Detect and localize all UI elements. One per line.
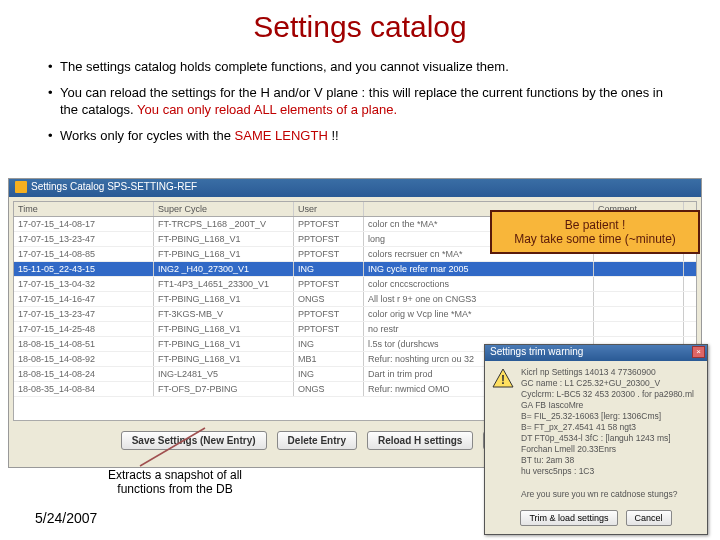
- table-cell: PPTOFST: [294, 247, 364, 261]
- table-row[interactable]: 17-07-15_14-25-48FT-PBING_L168_V1PPTOFST…: [14, 322, 696, 337]
- table-cell: 17-07-15_14-25-48: [14, 322, 154, 336]
- table-cell: no restr: [364, 322, 594, 336]
- table-cell: MB1: [294, 352, 364, 366]
- trim-warning-dialog: Settings trim warning × ! Kicrl np Setti…: [484, 344, 708, 535]
- delete-entry-button[interactable]: Delete Entry: [277, 431, 357, 450]
- bullet-list: The settings catalog holds complete func…: [0, 58, 720, 144]
- table-cell: PPTOFST: [294, 277, 364, 291]
- table-cell: ING: [294, 367, 364, 381]
- table-cell: ING cycle refer mar 2005: [364, 262, 594, 276]
- table-cell: 17-07-15_14-16-47: [14, 292, 154, 306]
- callout-be-patient: Be patient ! May take some time (~minute…: [490, 210, 700, 254]
- window-titlebar: Settings Catalog SPS-SETTING-REF: [9, 179, 701, 197]
- trim-load-button[interactable]: Trim & load settings: [520, 510, 617, 526]
- bullet-3-suffix: !!: [328, 128, 339, 143]
- table-cell: FT-3KGS-MB_V: [154, 307, 294, 321]
- table-cell: 17-07-15_13-23-47: [14, 307, 154, 321]
- bullet-3-prefix: Works only for cycles with the: [60, 128, 235, 143]
- table-cell: [594, 262, 684, 276]
- dialog-titlebar: Settings trim warning ×: [485, 345, 707, 361]
- close-icon[interactable]: ×: [692, 346, 705, 358]
- svg-text:!: !: [501, 373, 505, 387]
- table-cell: 18-08-15_14-08-51: [14, 337, 154, 351]
- extract-line2: functions from the DB: [80, 482, 270, 496]
- table-cell: ING2 _H40_27300_V1: [154, 262, 294, 276]
- table-cell: [594, 307, 684, 321]
- table-cell: 17-07-15_14-08-17: [14, 217, 154, 231]
- table-cell: 18-08-35_14-08-84: [14, 382, 154, 396]
- table-cell: [594, 277, 684, 291]
- table-row[interactable]: 17-07-15_13-04-32FT1-4P3_L4651_23300_V1P…: [14, 277, 696, 292]
- table-cell: color cnccscroctions: [364, 277, 594, 291]
- table-cell: 17-07-15_13-04-32: [14, 277, 154, 291]
- table-cell: FT-PBING_L168_V1: [154, 337, 294, 351]
- bullet-2: You can reload the settings for the H an…: [48, 84, 672, 119]
- col-user: User: [294, 202, 364, 216]
- table-cell: 15-11-05_22-43-15: [14, 262, 154, 276]
- table-cell: [594, 292, 684, 306]
- table-cell: ING: [294, 337, 364, 351]
- table-cell: All lost r 9+ one on CNGS3: [364, 292, 594, 306]
- table-cell: FT-PBING_L168_V1: [154, 292, 294, 306]
- table-cell: FT-TRCPS_L168 _200T_V: [154, 217, 294, 231]
- table-cell: FT1-4P3_L4651_23300_V1: [154, 277, 294, 291]
- table-cell: 17-07-15_13-23-47: [14, 232, 154, 246]
- col-supercycle: Super Cycle: [154, 202, 294, 216]
- table-cell: 18-08-15_14-08-24: [14, 367, 154, 381]
- table-cell: color orig w Vcp line *MA*: [364, 307, 594, 321]
- patient-line2: May take some time (~minute): [500, 232, 690, 246]
- table-cell: PPTOFST: [294, 217, 364, 231]
- reload-h-button[interactable]: Reload H settings: [367, 431, 473, 450]
- table-cell: PPTOFST: [294, 232, 364, 246]
- arrow-annotation: [130, 426, 210, 476]
- table-cell: ONGS: [294, 292, 364, 306]
- table-cell: PPTOFST: [294, 322, 364, 336]
- slide-title: Settings catalog: [0, 0, 720, 58]
- table-row[interactable]: 17-07-15_13-23-47FT-3KGS-MB_VPPTOFSTcolo…: [14, 307, 696, 322]
- warning-icon: !: [491, 367, 515, 391]
- table-cell: 18-08-15_14-08-92: [14, 352, 154, 366]
- dialog-message: Kicrl np Settings 14013 4 77360900GC nam…: [521, 367, 694, 500]
- svg-line-0: [140, 428, 205, 466]
- table-cell: ING-L2481_V5: [154, 367, 294, 381]
- table-cell: 17-07-15_14-08-85: [14, 247, 154, 261]
- table-cell: FT-PBING_L168_V1: [154, 247, 294, 261]
- table-cell: FT-OFS_D7-PBING: [154, 382, 294, 396]
- table-cell: ONGS: [294, 382, 364, 396]
- app-icon: [15, 181, 27, 193]
- bullet-2-highlight: You can only reload ALL elements of a pl…: [137, 102, 397, 117]
- table-cell: [594, 322, 684, 336]
- bullet-1: The settings catalog holds complete func…: [48, 58, 672, 76]
- table-cell: PPTOFST: [294, 307, 364, 321]
- table-cell: FT-PBING_L168_V1: [154, 232, 294, 246]
- table-cell: ING: [294, 262, 364, 276]
- patient-line1: Be patient !: [500, 218, 690, 232]
- bullet-3-highlight: SAME LENGTH: [235, 128, 328, 143]
- table-row[interactable]: 15-11-05_22-43-15ING2 _H40_27300_V1INGIN…: [14, 262, 696, 277]
- table-row[interactable]: 17-07-15_14-16-47FT-PBING_L168_V1ONGSAll…: [14, 292, 696, 307]
- window-title: Settings Catalog SPS-SETTING-REF: [31, 181, 197, 192]
- bullet-3: Works only for cycles with the SAME LENG…: [48, 127, 672, 145]
- cancel-button[interactable]: Cancel: [626, 510, 672, 526]
- dialog-title: Settings trim warning: [490, 346, 583, 357]
- table-cell: FT-PBING_L168_V1: [154, 352, 294, 366]
- footer-date: 5/24/2007: [35, 510, 97, 526]
- col-time: Time: [14, 202, 154, 216]
- table-cell: FT-PBING_L168_V1: [154, 322, 294, 336]
